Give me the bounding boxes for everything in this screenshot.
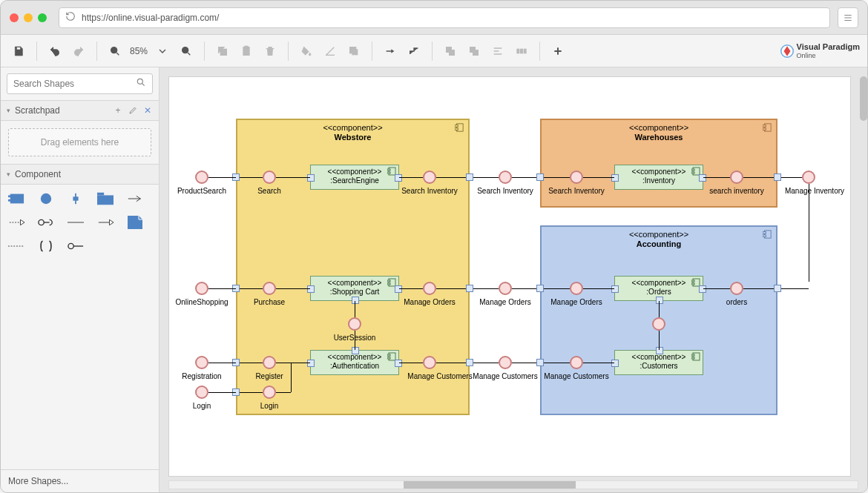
svg-rect-24 <box>97 193 104 196</box>
add-button[interactable] <box>548 41 568 62</box>
svg-rect-19 <box>8 195 13 197</box>
palette-association[interactable] <box>68 216 84 229</box>
palette-anchor-line[interactable] <box>8 239 24 253</box>
collapse-icon: ▾ <box>7 171 10 178</box>
svg-rect-23 <box>73 196 78 200</box>
palette-component-shape[interactable] <box>8 192 24 205</box>
scratchpad-section-header[interactable]: ▾ Scratchpad + ✕ <box>1 100 159 121</box>
svg-rect-54 <box>691 357 694 359</box>
maximize-window-button[interactable] <box>38 13 47 22</box>
palette-dependency-arrow[interactable] <box>127 192 143 205</box>
interface-search-inventory-b[interactable] <box>499 171 512 184</box>
svg-rect-20 <box>8 199 13 202</box>
interface-manage-orders-c[interactable] <box>570 282 583 295</box>
interface-manage-customers-c[interactable] <box>570 356 583 369</box>
fill-color-button[interactable] <box>296 41 317 62</box>
component-inventory[interactable]: <<component>>:Inventory <box>614 165 703 190</box>
interface-registration[interactable] <box>195 356 208 369</box>
redo-button[interactable] <box>68 41 89 62</box>
interface-login-inner[interactable] <box>263 386 276 399</box>
interface-manage-orders-a[interactable] <box>423 282 436 295</box>
scratchpad-add-icon[interactable]: + <box>113 105 123 116</box>
palette-constraint-shape[interactable] <box>38 239 54 253</box>
interface-search[interactable] <box>263 171 276 184</box>
component-authentication[interactable]: <<component>>:Authentication <box>310 350 399 375</box>
vertical-scrollbar[interactable] <box>860 76 867 479</box>
palette-required-interface[interactable] <box>68 239 84 253</box>
label-login-inner: Login <box>260 402 278 410</box>
component-orders[interactable]: <<component>>:Orders <box>614 276 703 301</box>
copy-button[interactable] <box>212 41 233 62</box>
interface-manage-inventory[interactable] <box>802 171 815 184</box>
connector-type-button[interactable] <box>380 41 401 62</box>
to-back-button[interactable] <box>464 41 484 62</box>
url-field[interactable]: https://online.visual-paradigm.com/ <box>59 7 830 28</box>
interface-online-shopping[interactable] <box>195 282 208 295</box>
paste-button[interactable] <box>236 41 257 62</box>
reload-icon[interactable] <box>65 11 76 24</box>
horizontal-scrollbar[interactable] <box>168 480 858 489</box>
svg-rect-29 <box>455 125 458 128</box>
label-manage-customers-b: Manage Customers <box>473 372 537 380</box>
component-customers[interactable]: <<component>>:Customers <box>614 350 703 375</box>
svg-rect-12 <box>470 47 476 52</box>
url-text: https://online.visual-paradigm.com/ <box>82 13 219 23</box>
to-front-button[interactable] <box>440 41 461 62</box>
interface-product-search[interactable] <box>195 171 208 184</box>
palette-provided-interface[interactable] <box>38 216 54 229</box>
scratchpad-close-icon[interactable]: ✕ <box>142 105 153 116</box>
label-register: Register <box>255 372 283 380</box>
svg-rect-25 <box>97 195 114 205</box>
label-search-inventory-b: Search Inventory <box>477 187 533 195</box>
zoom-dropdown-button[interactable] <box>152 41 173 62</box>
interface-manage-orders-b[interactable] <box>499 282 512 295</box>
search-icon[interactable] <box>136 77 146 90</box>
interface-purchase[interactable] <box>263 282 276 295</box>
scratchpad-edit-icon[interactable] <box>128 105 138 116</box>
more-shapes-button[interactable]: More Shapes... <box>1 469 159 492</box>
save-button[interactable] <box>8 41 29 62</box>
undo-button[interactable] <box>45 41 65 62</box>
zoom-out-button[interactable] <box>105 41 125 62</box>
zoom-in-button[interactable] <box>176 41 197 62</box>
interface-orders-customers[interactable] <box>652 317 665 331</box>
interface-register[interactable] <box>263 356 276 369</box>
palette-interface-shape[interactable] <box>38 192 54 205</box>
palette-realization-arrow[interactable] <box>8 216 24 229</box>
interface-search-inventory-d[interactable] <box>730 171 743 184</box>
brand-logo[interactable]: Visual ParadigmOnline <box>780 43 860 59</box>
palette-port-shape[interactable] <box>68 192 84 205</box>
component-section-header[interactable]: ▾ Component <box>1 164 159 185</box>
component-search-engine[interactable]: <<component>>:SearchEngine <box>310 165 399 190</box>
interface-manage-customers-b[interactable] <box>499 356 512 369</box>
scratchpad-drop-zone[interactable]: Drag elements here <box>8 128 151 156</box>
svg-rect-48 <box>387 357 390 359</box>
line-color-button[interactable] <box>320 41 341 62</box>
label-manage-orders-c: Manage Orders <box>550 298 602 306</box>
zoom-level-label[interactable]: 85% <box>130 46 148 56</box>
shape-search-field[interactable] <box>13 79 136 89</box>
shadow-button[interactable] <box>343 41 364 62</box>
align-button[interactable] <box>487 41 508 62</box>
interface-search-inventory-a[interactable] <box>423 171 436 184</box>
svg-rect-51 <box>691 283 694 285</box>
diagram-canvas[interactable]: <<component>>Webstore <<component>>Wareh… <box>168 76 851 477</box>
component-shopping-cart[interactable]: <<component>>:Shopping Cart <box>310 276 399 301</box>
palette-generalization-arrow[interactable] <box>97 216 114 229</box>
interface-search-inventory-c[interactable] <box>570 171 583 184</box>
window-controls <box>10 13 47 22</box>
minimize-window-button[interactable] <box>24 13 33 22</box>
delete-button[interactable] <box>260 41 280 62</box>
palette-package-shape[interactable] <box>97 192 114 205</box>
svg-rect-50 <box>691 280 694 282</box>
interface-login-outer[interactable] <box>195 386 208 399</box>
shape-search-input[interactable] <box>7 73 153 94</box>
browser-menu-button[interactable] <box>838 7 858 28</box>
interface-orders-out[interactable] <box>730 282 743 295</box>
interface-manage-customers-a[interactable] <box>423 356 436 369</box>
distribute-button[interactable] <box>511 41 532 62</box>
palette-note-shape[interactable] <box>127 216 143 229</box>
interface-user-session[interactable] <box>348 317 361 331</box>
waypoint-style-button[interactable] <box>404 41 424 62</box>
close-window-button[interactable] <box>10 13 19 22</box>
